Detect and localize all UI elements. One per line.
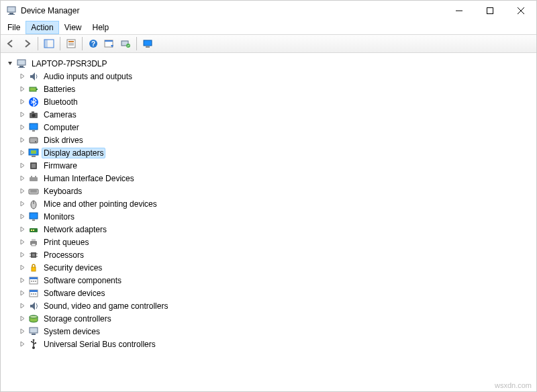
menu-view[interactable]: View [59,21,87,34]
expand-icon[interactable] [18,340,27,348]
tree-item-label[interactable]: Display adapters [42,148,105,158]
expand-icon[interactable] [18,97,27,106]
tree-item[interactable]: Monitors [3,210,534,223]
nav-back-button[interactable] [3,36,18,51]
tree-item-label[interactable]: Human Interface Devices [42,173,136,184]
tree-item-label[interactable]: Cameras [42,109,79,120]
tree-item[interactable]: Cameras [3,108,534,121]
expand-icon[interactable] [18,327,27,336]
menu-help[interactable]: Help [87,21,115,34]
tree-item[interactable]: System devices [3,325,534,338]
expand-icon[interactable] [18,250,27,259]
software-icon [28,288,39,299]
tree-item-label[interactable]: Batteries [42,84,77,95]
expand-icon[interactable] [18,72,27,81]
expand-icon[interactable] [18,212,27,221]
tree-item[interactable]: Human Interface Devices [3,172,534,185]
expand-icon[interactable] [18,276,27,285]
bluetooth-icon [28,97,39,107]
nav-forward-button[interactable] [19,36,34,51]
expand-icon[interactable] [18,238,27,246]
tree-item-label[interactable]: Print queues [42,237,91,248]
tree-item[interactable]: Mice and other pointing devices [3,197,534,210]
expand-icon[interactable] [18,110,27,119]
tree-item[interactable]: Computer [3,121,534,134]
tree-item-label[interactable]: Sound, video and game controllers [42,301,170,311]
expand-icon[interactable] [18,136,27,144]
tree-item-label[interactable]: Keyboards [42,186,84,197]
svg-rect-39 [30,177,38,181]
minimize-button[interactable] [444,1,475,21]
tree-item-label[interactable]: Security devices [42,262,104,273]
svg-point-66 [35,281,36,282]
menu-action[interactable]: Action [26,21,58,34]
show-hide-console-tree-button[interactable] [42,36,56,51]
tree-item-label[interactable]: Software components [42,275,124,286]
expand-icon[interactable] [18,123,27,132]
toolbar-separator [136,37,137,50]
tree-item[interactable]: Network adapters [3,223,534,236]
tree-item-label[interactable]: System devices [42,326,102,337]
keyboard-icon [28,186,39,197]
svg-rect-20 [146,46,150,48]
menu-file[interactable]: File [2,21,26,34]
tree-item-label[interactable]: Storage controllers [42,313,113,324]
tree-item[interactable]: Sound, video and game controllers [3,299,534,312]
usb-icon [28,339,39,350]
maximize-button[interactable] [475,1,505,21]
tree-root[interactable]: LAPTOP-7PSR3DLP [3,57,534,70]
expand-icon[interactable] [18,314,27,323]
tree-item[interactable]: Software components [3,274,534,287]
tree-item-label[interactable]: Network adapters [42,224,109,235]
expand-icon[interactable] [18,148,27,157]
tree-item-label[interactable]: Universal Serial Bus controllers [42,339,158,350]
cpu-icon [28,250,39,260]
tree-item[interactable]: Universal Serial Bus controllers [3,338,534,350]
view-devices-button[interactable] [140,36,155,51]
expand-icon[interactable] [18,263,27,272]
tree-root-label[interactable]: LAPTOP-7PSR3DLP [30,58,109,69]
tree-item[interactable]: Display adapters [3,146,534,159]
tree-item-label[interactable]: Processors [42,250,86,260]
security-icon [28,262,39,273]
tree-item-label[interactable]: Software devices [42,288,107,299]
tree-item-label[interactable]: Bluetooth [42,97,80,107]
help-button[interactable]: ? [86,36,101,51]
properties-button[interactable] [64,36,79,51]
scan-hardware-button[interactable] [118,36,133,51]
expand-icon[interactable] [18,174,27,183]
action-menu-button[interactable] [102,36,117,51]
tree-item-label[interactable]: Audio inputs and outputs [42,71,134,82]
window-title: Device Manager [21,6,444,15]
tree-item[interactable]: Bluetooth [3,95,534,108]
tree-item[interactable]: Keyboards [3,185,534,197]
battery-icon [28,84,39,95]
svg-rect-36 [32,156,36,157]
tree-item-label[interactable]: Disk drives [42,135,85,146]
tree-item-label[interactable]: Computer [42,122,81,133]
tree-item[interactable]: Processors [3,248,534,261]
svg-rect-29 [32,111,34,113]
tree-item-label[interactable]: Firmware [42,160,79,171]
tree-item[interactable]: Audio inputs and outputs [3,70,534,83]
tree-item-label[interactable]: Mice and other pointing devices [42,199,159,209]
expand-icon[interactable] [18,199,27,208]
expand-icon[interactable] [18,289,27,297]
device-tree[interactable]: LAPTOP-7PSR3DLP Audio inputs and outputs… [1,53,536,381]
tree-item[interactable]: Disk drives [3,134,534,146]
tree-item[interactable]: Firmware [3,159,534,172]
expand-icon[interactable] [18,301,27,310]
collapse-icon[interactable] [6,59,15,68]
tree-item[interactable]: Software devices [3,287,534,299]
tree-item[interactable]: Storage controllers [3,312,534,325]
tree-item-label[interactable]: Monitors [42,211,77,222]
tree-item[interactable]: Batteries [3,83,534,95]
expand-icon[interactable] [18,161,27,170]
expand-icon[interactable] [18,187,27,195]
expand-icon[interactable] [18,85,27,93]
tree-item[interactable]: Print queues [3,236,534,248]
svg-rect-8 [44,40,48,48]
close-button[interactable] [505,1,536,21]
tree-item[interactable]: Security devices [3,261,534,274]
expand-icon[interactable] [18,225,27,234]
